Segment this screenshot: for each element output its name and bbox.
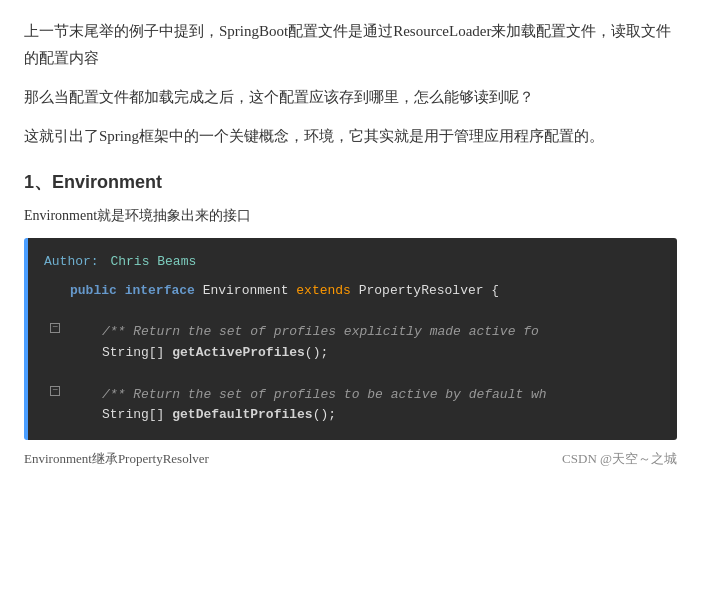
author-label: Author: [44, 254, 99, 269]
fold-icon-2[interactable]: − [50, 386, 60, 396]
code-text-comment-1: /** Return the set of profiles explicitl… [70, 322, 661, 343]
section-heading: 1、Environment [24, 170, 677, 194]
gutter-fold-1[interactable]: − [44, 323, 66, 333]
code-text-1: public interface Environment extends Pro… [70, 281, 661, 302]
author-name: Chris Beams [110, 254, 196, 269]
footer-left-text: Environment继承PropertyResolver [24, 450, 209, 468]
footer-row: Environment继承PropertyResolver CSDN @天空～之… [24, 450, 677, 468]
code-text-blank-2 [70, 364, 661, 385]
code-block: Author: Chris Beams public interface Env… [24, 238, 677, 440]
code-line-blank-2 [44, 364, 661, 385]
code-text-blank-1 [70, 301, 661, 322]
code-line-getactive: String[] getActiveProfiles(); [44, 343, 661, 364]
code-line-blank-1 [44, 301, 661, 322]
code-text-getdefault: String[] getDefaultProfiles(); [70, 405, 661, 426]
code-line-comment-1: − /** Return the set of profiles explici… [44, 322, 661, 343]
paragraph-1: 上一节末尾举的例子中提到，SpringBoot配置文件是通过ResourceLo… [24, 18, 677, 72]
code-author-line: Author: Chris Beams [44, 252, 661, 273]
paragraph-2: 那么当配置文件都加载完成之后，这个配置应该存到哪里，怎么能够读到呢？ [24, 84, 677, 111]
code-line-getdefault: String[] getDefaultProfiles(); [44, 405, 661, 426]
code-text-getactive: String[] getActiveProfiles(); [70, 343, 661, 364]
code-text-comment-2: /** Return the set of profiles to be act… [70, 385, 661, 406]
footer-right-text: CSDN @天空～之城 [562, 450, 677, 468]
section-intro: Environment就是环境抽象出来的接口 [24, 204, 677, 228]
gutter-fold-2[interactable]: − [44, 386, 66, 396]
code-line-1: public interface Environment extends Pro… [44, 281, 661, 302]
paragraph-3: 这就引出了Spring框架中的一个关键概念，环境，它其实就是用于管理应用程序配置… [24, 123, 677, 150]
fold-icon-1[interactable]: − [50, 323, 60, 333]
code-line-comment-2: − /** Return the set of profiles to be a… [44, 385, 661, 406]
